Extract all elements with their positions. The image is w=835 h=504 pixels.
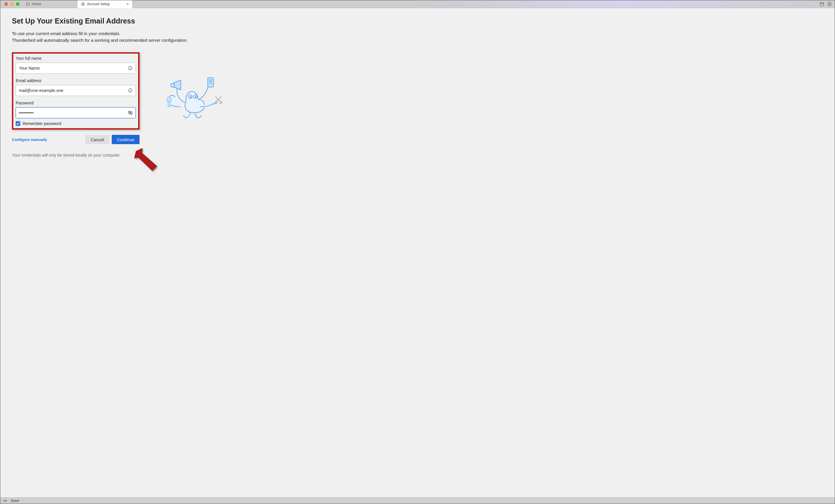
svg-point-21 bbox=[220, 102, 222, 104]
calendar-icon[interactable] bbox=[820, 2, 824, 6]
remember-password-checkbox[interactable] bbox=[16, 121, 20, 126]
globe-icon bbox=[81, 2, 85, 6]
status-bar: Done bbox=[0, 497, 835, 504]
close-window-button[interactable] bbox=[4, 2, 8, 6]
remember-password-row[interactable]: Remember password bbox=[16, 121, 136, 126]
email-input[interactable] bbox=[16, 85, 136, 96]
fullscreen-window-button[interactable] bbox=[16, 2, 19, 6]
tab-close-icon[interactable]: × bbox=[126, 2, 129, 6]
svg-point-20 bbox=[215, 102, 217, 104]
svg-rect-14 bbox=[208, 78, 213, 87]
titlebar-right-icons bbox=[820, 0, 835, 8]
status-text: Done bbox=[11, 499, 19, 503]
subtitle-line1: To use your current email address fill i… bbox=[12, 31, 120, 36]
password-input[interactable] bbox=[16, 107, 136, 118]
tab-home[interactable]: Home bbox=[22, 0, 78, 8]
info-icon[interactable] bbox=[128, 88, 133, 93]
tab-account-setup[interactable]: Account Setup × bbox=[78, 0, 133, 8]
eye-off-icon[interactable] bbox=[128, 110, 133, 115]
octopus-illustration bbox=[163, 72, 227, 125]
svg-point-27 bbox=[208, 104, 209, 106]
folder-icon bbox=[26, 2, 30, 6]
activity-icon bbox=[3, 499, 7, 503]
svg-point-23 bbox=[187, 117, 188, 118]
title-bar: Home Account Setup × bbox=[0, 0, 835, 8]
minimize-window-button[interactable] bbox=[10, 2, 14, 6]
action-row: Configure manually Cancel Continue bbox=[12, 135, 140, 144]
svg-point-22 bbox=[188, 115, 190, 116]
subtitle-line2: Thunderbird will automatically search fo… bbox=[12, 38, 188, 43]
info-icon[interactable] bbox=[128, 65, 133, 71]
credentials-note: Your credentials will only be stored loc… bbox=[12, 153, 823, 158]
svg-point-24 bbox=[197, 115, 198, 116]
cancel-button[interactable]: Cancel bbox=[85, 135, 109, 144]
svg-point-26 bbox=[204, 106, 206, 107]
remember-password-label: Remember password bbox=[23, 121, 61, 126]
svg-rect-8 bbox=[168, 102, 170, 107]
tab-home-label: Home bbox=[32, 2, 41, 6]
content-area: Set Up Your Existing Email Address To us… bbox=[0, 8, 835, 497]
svg-point-25 bbox=[199, 116, 200, 118]
svg-point-13 bbox=[195, 96, 196, 98]
fullname-input[interactable] bbox=[16, 63, 136, 74]
arrow-annotation bbox=[131, 146, 163, 179]
page-title: Set Up Your Existing Email Address bbox=[12, 17, 823, 25]
window-controls bbox=[0, 0, 22, 8]
continue-button[interactable]: Continue bbox=[112, 135, 140, 144]
svg-rect-1 bbox=[820, 3, 824, 6]
configure-manually-link[interactable]: Configure manually bbox=[12, 138, 47, 142]
svg-point-12 bbox=[190, 96, 191, 98]
tasks-icon[interactable] bbox=[827, 2, 832, 6]
email-label: Email address bbox=[16, 78, 136, 83]
page-subtitle: To use your current email address fill i… bbox=[12, 30, 823, 43]
password-label: Password bbox=[16, 101, 136, 105]
svg-point-28 bbox=[211, 103, 213, 104]
form-highlight-box: Your full name Email address Passw bbox=[12, 52, 140, 130]
tab-account-setup-label: Account Setup bbox=[87, 2, 110, 6]
fullname-label: Your full name bbox=[16, 56, 136, 61]
svg-marker-29 bbox=[134, 148, 157, 171]
svg-rect-9 bbox=[171, 84, 175, 87]
svg-point-30 bbox=[5, 500, 6, 501]
